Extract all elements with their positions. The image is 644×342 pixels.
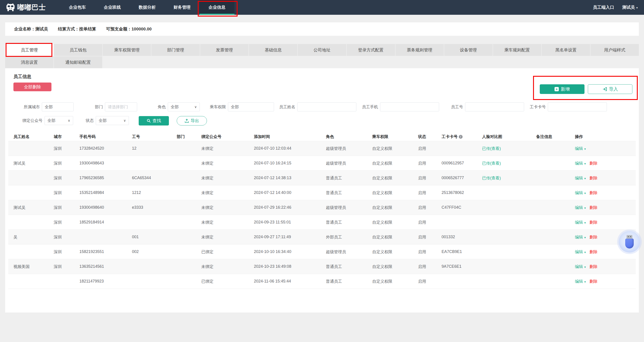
filter-input[interactable] bbox=[228, 102, 274, 112]
nav-item-5[interactable]: 企业信息 bbox=[200, 0, 234, 15]
tab-11[interactable]: 乘车规则配置 bbox=[493, 44, 541, 56]
cell-card: 001332 bbox=[442, 235, 482, 239]
delete-link[interactable]: 删除 bbox=[590, 264, 598, 269]
delete-link[interactable]: 删除 bbox=[590, 279, 598, 284]
cell-text: 普通员工 bbox=[326, 220, 342, 224]
tab-9[interactable]: 票务规则管理 bbox=[396, 44, 444, 56]
tab-2[interactable]: 员工钱包 bbox=[54, 44, 102, 56]
edit-label: 编辑 bbox=[575, 250, 583, 254]
tab-13[interactable]: 用户端样式 bbox=[590, 44, 639, 56]
edit-link[interactable]: 编辑▼ bbox=[575, 161, 586, 166]
filter-input[interactable] bbox=[105, 102, 137, 112]
chevron-down-icon: ▼ bbox=[584, 192, 586, 194]
face-view-link[interactable]: 已传(查看) bbox=[482, 161, 501, 166]
cell-wechat: 未绑定 bbox=[201, 190, 254, 196]
nav-item-label: 企业包车 bbox=[69, 5, 86, 10]
edit-link[interactable]: 编辑▼ bbox=[575, 279, 586, 284]
cell-status: 启用 bbox=[418, 205, 442, 210]
user-menu[interactable]: 测试吴▾ bbox=[622, 4, 638, 10]
tab-7[interactable]: 公司地址 bbox=[298, 44, 346, 56]
tab-3[interactable]: 乘车权限管理 bbox=[103, 44, 151, 56]
edit-link[interactable]: 编辑▼ bbox=[575, 146, 586, 151]
advance-amount-field: 可预支金额：100000.00 bbox=[106, 26, 152, 32]
edit-link[interactable]: 编辑▼ bbox=[575, 235, 586, 239]
tab-4[interactable]: 部门管理 bbox=[152, 44, 200, 56]
cell-text: 18529184914 bbox=[80, 220, 104, 224]
info-icon: i bbox=[459, 135, 462, 139]
cell-phone: 15821923551 bbox=[80, 250, 132, 254]
edit-link[interactable]: 编辑▼ bbox=[575, 264, 586, 269]
cell-text: 深圳 bbox=[54, 235, 62, 239]
delete-all-button[interactable]: 全部删除 bbox=[14, 82, 52, 91]
col-header-label: 城市 bbox=[54, 134, 62, 139]
cell-ops: 编辑▼删除 bbox=[575, 220, 626, 225]
nav-item-4[interactable]: 财务管理 bbox=[165, 0, 200, 15]
face-view-link[interactable]: 已传(查看) bbox=[482, 176, 501, 180]
tab-10[interactable]: 设备管理 bbox=[444, 44, 492, 56]
edit-link[interactable]: 编辑▼ bbox=[575, 205, 586, 210]
filter-select[interactable]: 全部∨ bbox=[168, 102, 200, 112]
tab-8[interactable]: 登录方式配置 bbox=[347, 44, 395, 56]
edit-link[interactable]: 编辑▼ bbox=[575, 220, 586, 224]
cell-card: 0009612957 bbox=[442, 161, 482, 166]
filter-input[interactable] bbox=[42, 102, 74, 112]
edit-link[interactable]: 编辑▼ bbox=[575, 190, 586, 195]
cell-text: 自定义权限 bbox=[372, 161, 392, 166]
cell-text: 深圳 bbox=[54, 146, 62, 151]
edit-link[interactable]: 编辑▼ bbox=[575, 250, 586, 254]
cell-text: 未绑定 bbox=[201, 146, 214, 151]
filter-group-部门: 部门 bbox=[95, 102, 137, 112]
tab-row2-1[interactable]: 消息设置 bbox=[5, 56, 54, 68]
cell-text: 2024-09-27 17:11:49 bbox=[254, 235, 291, 239]
edit-link[interactable]: 编辑▼ bbox=[575, 176, 586, 180]
tab-5[interactable]: 发票管理 bbox=[200, 44, 248, 56]
cell-emp_no: 12 bbox=[132, 146, 177, 151]
usb-extension-icon[interactable] bbox=[619, 231, 640, 252]
tab-row2-2[interactable]: 通知邮箱配置 bbox=[54, 56, 102, 68]
nav-item-1[interactable]: 企业包车 bbox=[60, 0, 95, 15]
cell-text: 17328424520 bbox=[80, 146, 104, 150]
cell-text: 自定义权限 bbox=[372, 250, 392, 254]
search-button[interactable]: 查找 bbox=[139, 116, 169, 126]
col-header-label: 手机号码 bbox=[80, 134, 96, 139]
import-button[interactable]: 导入 bbox=[588, 84, 632, 94]
delete-link[interactable]: 删除 bbox=[590, 161, 598, 166]
cell-text: 启用 bbox=[418, 176, 426, 180]
employee-portal-link[interactable]: 员工端入口 bbox=[593, 4, 614, 10]
cell-name: 测试吴 bbox=[14, 205, 54, 210]
export-button[interactable]: 导出 bbox=[177, 116, 207, 126]
cell-card: 0006526777 bbox=[442, 176, 482, 180]
tab-6[interactable]: 基础信息 bbox=[249, 44, 297, 56]
cell-text: 普通员工 bbox=[326, 176, 342, 180]
delete-link[interactable]: 删除 bbox=[590, 176, 598, 180]
cell-city: 深圳 bbox=[54, 175, 80, 181]
add-button[interactable]: + 新增 bbox=[540, 84, 584, 94]
cell-text: 18211479923 bbox=[80, 279, 104, 284]
tab-1[interactable]: 员工管理 bbox=[5, 44, 54, 56]
filter-input[interactable] bbox=[465, 102, 524, 112]
delete-link[interactable]: 删除 bbox=[590, 235, 598, 239]
cell-phone: 15352148984 bbox=[80, 190, 132, 195]
delete-link[interactable]: 删除 bbox=[590, 205, 598, 210]
chevron-down-icon: ▼ bbox=[584, 251, 586, 254]
tab-12[interactable]: 黑名单设置 bbox=[542, 44, 590, 56]
filter-select[interactable]: 全部∨ bbox=[96, 116, 129, 125]
table-row: 吴深圳001未绑定2024-09-27 17:11:49外部员工自定义权限启用0… bbox=[8, 230, 636, 244]
face-view-link[interactable]: 已传(查看) bbox=[482, 146, 501, 151]
cell-perm: 自定义权限 bbox=[372, 220, 418, 225]
brand[interactable]: 嘟嘟巴士 bbox=[6, 3, 54, 12]
cell-ops: 编辑▼删除 bbox=[575, 160, 626, 166]
filter-input[interactable] bbox=[297, 102, 356, 112]
filter-input[interactable] bbox=[380, 102, 439, 112]
filter-select[interactable]: 全部∨ bbox=[44, 116, 73, 125]
filter-label: 员工手机 bbox=[362, 104, 378, 110]
delete-link[interactable]: 删除 bbox=[590, 220, 598, 224]
nav-item-3[interactable]: 数据分析 bbox=[130, 0, 165, 15]
cell-text: 自定义权限 bbox=[372, 279, 392, 284]
filter-input[interactable] bbox=[548, 102, 607, 112]
nav-item-2[interactable]: 企业班线 bbox=[95, 0, 130, 15]
delete-link[interactable]: 删除 bbox=[590, 250, 598, 254]
delete-link[interactable]: 删除 bbox=[590, 190, 598, 195]
filter-group-乘车权限: 乘车权限 bbox=[210, 102, 274, 112]
cell-role: 普通员工 bbox=[326, 175, 372, 181]
